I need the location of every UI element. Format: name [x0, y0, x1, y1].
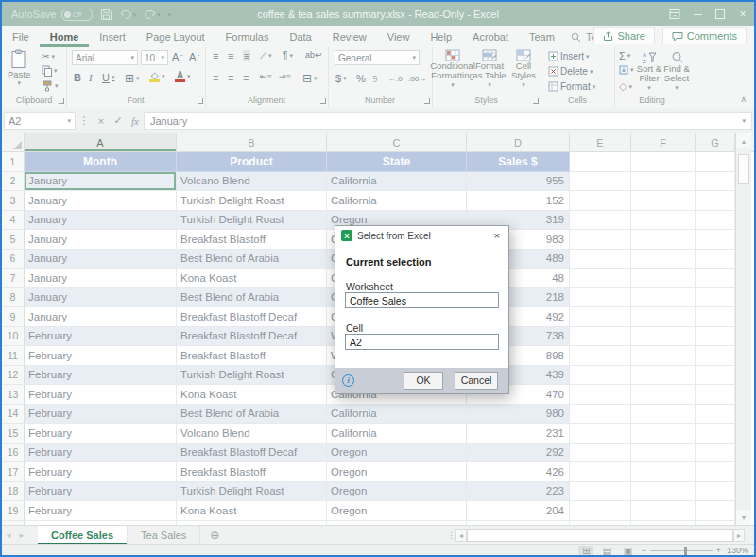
ribbon-display-options-button[interactable]	[663, 2, 686, 26]
cell[interactable]: February	[25, 424, 177, 444]
fill-button[interactable]: ▾	[619, 65, 634, 75]
cell[interactable]: Best Blend of Arabia	[177, 250, 327, 270]
decrease-decimal-button[interactable]: .00→	[408, 75, 426, 83]
cell[interactable]: Kona Koast	[177, 269, 327, 288]
cell[interactable]: Volcano Blend	[177, 172, 327, 192]
save-button[interactable]	[100, 9, 112, 21]
header-cell-sales[interactable]: Sales $	[467, 152, 570, 172]
cell[interactable]	[631, 327, 696, 347]
row-header-3[interactable]: 3	[2, 191, 25, 211]
row-header-2[interactable]: 2	[2, 172, 25, 192]
cell[interactable]: California	[327, 424, 467, 444]
vertical-scrollbar[interactable]: ▴ ▾	[735, 133, 751, 525]
ribbon-tab-acrobat[interactable]: Acrobat	[462, 26, 519, 47]
ribbon-tab-data[interactable]: Data	[279, 26, 321, 47]
cell[interactable]: Best Blend of Arabia	[177, 405, 327, 425]
cell[interactable]	[631, 152, 696, 172]
scroll-left-icon[interactable]: ◂	[455, 529, 467, 542]
column-header-g[interactable]: G	[696, 133, 735, 151]
scroll-down-icon[interactable]: ▾	[736, 510, 751, 525]
row-header-4[interactable]: 4	[2, 211, 25, 231]
cell[interactable]	[570, 191, 631, 211]
cell[interactable]: Oregon	[327, 462, 467, 482]
cell[interactable]: January	[25, 288, 177, 308]
wrap-text-button[interactable]: ab↩	[305, 50, 322, 60]
cell-styles-button[interactable]: Cell Styles▾	[507, 49, 540, 89]
find-select-button[interactable]: Find & Select▾	[663, 51, 690, 92]
font-size-combo[interactable]: 10▾	[141, 50, 168, 65]
maximize-button[interactable]	[709, 2, 731, 26]
cell[interactable]: January	[25, 191, 177, 211]
increase-indent-button[interactable]: ⇥≡	[279, 72, 291, 81]
cell[interactable]	[570, 424, 631, 444]
tab-scroll-splitter[interactable]: ⋮	[447, 531, 455, 540]
cell[interactable]	[631, 424, 696, 444]
cell[interactable]: 292	[467, 444, 570, 463]
cell[interactable]	[631, 462, 696, 482]
align-left-button[interactable]: ≡	[213, 72, 218, 83]
cell[interactable]: 955	[467, 172, 570, 192]
cell[interactable]	[696, 405, 735, 425]
prev-sheet-icon[interactable]: ◂	[2, 531, 15, 540]
underline-button[interactable]: U▾	[102, 72, 114, 83]
zoom-out-icon[interactable]: −	[641, 546, 645, 555]
cell[interactable]	[570, 405, 631, 425]
name-box[interactable]: A2▾	[4, 112, 76, 130]
cell-field[interactable]	[345, 334, 499, 350]
cell[interactable]	[696, 462, 735, 482]
row-header-14[interactable]: 14	[2, 405, 25, 425]
vertical-scroll-thumb[interactable]	[738, 154, 749, 184]
zoom-slider[interactable]: − +	[641, 546, 721, 555]
ribbon-tab-home[interactable]: Home	[40, 26, 90, 47]
align-right-button[interactable]: ≡	[243, 72, 249, 83]
name-box-resizer[interactable]: ⋮	[76, 114, 93, 127]
decrease-indent-button[interactable]: ⇤≡	[260, 72, 272, 81]
cell[interactable]: Breakfast Blastoff Decaf	[177, 327, 327, 347]
row-header-18[interactable]: 18	[2, 482, 25, 502]
ribbon-tab-help[interactable]: Help	[420, 26, 462, 47]
row-header-11[interactable]: 11	[2, 346, 25, 366]
cell[interactable]: Breakfast Blastoff Decaf	[177, 444, 327, 463]
cell[interactable]	[631, 288, 696, 308]
ribbon-tab-page-layout[interactable]: Page Layout	[136, 26, 215, 47]
cell[interactable]	[696, 346, 735, 366]
cell[interactable]: Turkish Delight Roast	[177, 191, 327, 211]
cell[interactable]	[696, 501, 735, 521]
delete-cells-button[interactable]: Delete▾	[548, 66, 593, 77]
header-cell-month[interactable]: Month	[25, 152, 177, 172]
cell[interactable]	[570, 385, 631, 405]
column-header-f[interactable]: F	[631, 133, 696, 151]
row-header-1[interactable]: 1	[2, 152, 25, 172]
cell[interactable]	[696, 327, 735, 347]
cell[interactable]: January	[25, 230, 177, 250]
horizontal-scroll-track[interactable]	[467, 529, 733, 542]
cell[interactable]	[696, 288, 735, 308]
font-dialog-launcher[interactable]	[198, 98, 203, 104]
worksheet-field[interactable]	[345, 292, 499, 308]
cell[interactable]	[696, 444, 735, 463]
cell[interactable]: Oregon	[327, 444, 467, 463]
cell[interactable]: 223	[467, 482, 570, 502]
cell[interactable]	[570, 172, 631, 192]
row-header-15[interactable]: 15	[2, 424, 25, 444]
cell[interactable]: Oregon	[327, 501, 467, 521]
cell[interactable]	[570, 250, 631, 270]
ribbon-tab-view[interactable]: View	[377, 26, 421, 47]
cell[interactable]: February	[25, 482, 177, 502]
cell[interactable]: 426	[467, 462, 570, 482]
alignment-dialog-launcher[interactable]	[320, 98, 326, 104]
clear-button[interactable]: ◇▾	[619, 80, 632, 93]
cell[interactable]: 204	[467, 501, 570, 521]
paragraph-direction-button[interactable]: ¶▾	[283, 50, 293, 61]
merge-center-button[interactable]: ⊟▾	[302, 72, 318, 85]
cell[interactable]	[696, 307, 735, 327]
number-format-combo[interactable]: General▾	[335, 50, 420, 65]
next-sheet-icon[interactable]: ▸	[15, 531, 28, 540]
cell[interactable]: California	[327, 405, 467, 425]
row-header-6[interactable]: 6	[2, 250, 25, 270]
cell[interactable]	[631, 172, 696, 192]
cell[interactable]	[696, 152, 735, 172]
cell[interactable]: February	[25, 366, 177, 386]
font-name-combo[interactable]: Arial▾	[72, 50, 138, 65]
cell[interactable]	[570, 462, 631, 482]
